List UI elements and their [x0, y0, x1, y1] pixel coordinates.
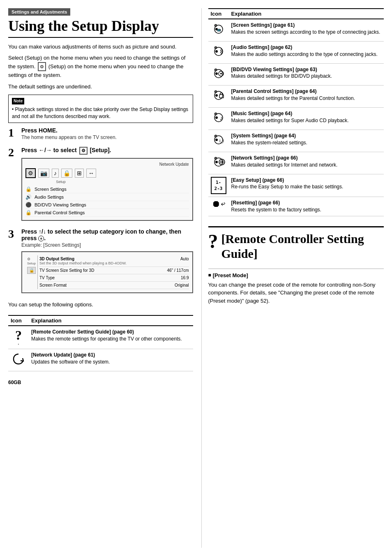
explanation-cell-reset: [Resetting] (page 66) Resets the system … — [229, 197, 384, 216]
explanation-cell-audio: [Audio Settings] (page 62) Makes the aud… — [229, 41, 384, 63]
tv-list-icon-audio: 🔊 — [25, 194, 32, 200]
step-3-title: Press ↑/↓ to select the setup category i… — [21, 228, 193, 241]
explanation-bold-remote: [Remote Controller Setting Guide] (page … — [31, 329, 191, 336]
explanation-bold-network-settings: [Network Settings] (page 66) — [231, 155, 382, 162]
explanation-text-easysetup: Re-runs the Easy Setup to make the basic… — [231, 183, 382, 190]
table-row: ♪ [Music Settings] (page 64) Makes detai… — [208, 108, 384, 130]
table-row: ⏺↩ [Resetting] (page 66) Resets the syst… — [208, 197, 384, 216]
left-icon-table-section: Icon Explanation ? • [Remote Controller … — [8, 315, 193, 371]
step-3-num: 3 — [8, 228, 18, 240]
tv-list-item-audio: 🔊 Audio Settings — [25, 193, 189, 201]
screen3-icon-col: ⚙Setup 🔒 — [25, 255, 38, 289]
table-row: [Parental Control Settings] (page 64) Ma… — [208, 86, 384, 108]
screen3-row-tvsize: TV Screen Size Setting for 3D 46" / 117c… — [39, 267, 189, 274]
remote-question-mark: ? — [208, 232, 218, 251]
refresh-icon — [11, 352, 26, 366]
intro-paragraph-2: Select (Setup) on the home menu when you… — [8, 54, 193, 79]
explanation-text-screen: Makes the screen settings according to t… — [231, 29, 382, 36]
step-2-num: 2 — [8, 147, 18, 158]
svg-rect-19 — [214, 113, 217, 115]
tv-menu-camera: 📷 — [38, 169, 49, 178]
network-icon — [211, 155, 226, 169]
preset-mode-text: You can change the preset code of the re… — [208, 281, 384, 305]
tv-list-item-bddvd: ⚫ BD/DVD Viewing Settings — [25, 201, 189, 209]
left-table-header-icon: Icon — [8, 315, 29, 326]
screen3-row-tvtype: TV Type 16:9 — [39, 274, 189, 282]
explanation-text-system: Makes the system-related settings. — [231, 139, 382, 146]
icon-cell-screen: 📺 — [208, 19, 229, 41]
explanation-text-parental: Makes detailed settings for the Parental… — [231, 95, 382, 102]
svg-rect-6 — [214, 46, 217, 49]
explanation-text-music: Makes detailed settings for Super Audio … — [231, 117, 382, 124]
parental-icon — [211, 88, 226, 103]
explanation-cell-easysetup: [Easy Setup] (page 66) Re-runs the Easy … — [229, 174, 384, 197]
table-row: [Audio Settings] (page 62) Makes the aud… — [208, 41, 384, 63]
icon-cell-easysetup: 1-2-3 — [208, 174, 229, 197]
tv-list: 🔒 Screen Settings 🔊 Audio Settings ⚫ BD/… — [25, 185, 189, 217]
explanation-bold-reset: [Resetting] (page 66) — [231, 199, 382, 206]
explanation-text-audio: Makes the audio settings according to th… — [231, 51, 382, 58]
note-box: Note • Playback settings stored in the d… — [8, 95, 193, 123]
explanation-text-network-settings: Makes detailed settings for Internet and… — [231, 162, 382, 169]
tv-menu-grid: ⊞ — [75, 169, 84, 178]
svg-rect-2 — [214, 24, 217, 27]
explanation-bold-easysetup: [Easy Setup] (page 66) — [231, 177, 382, 184]
right-table-header-icon: Icon — [208, 9, 229, 19]
tv-menu-music: ♪ — [52, 169, 59, 178]
tv-menu-lock: 🔒 — [61, 169, 72, 178]
screen3-row-format: Screen Format Original — [39, 282, 189, 289]
music-icon: ♪ — [211, 110, 226, 125]
explanation-text-bddvd: Makes detailed settings for BD/DVD playb… — [231, 73, 382, 80]
right-column: Icon Explanation 📺 — [201, 8, 384, 548]
system-icon: i_i — [211, 132, 226, 147]
tv-menu-arrow: ↔ — [86, 169, 96, 178]
question-icon: ? — [11, 329, 26, 342]
circle-plus-icon: + — [38, 236, 44, 241]
svg-rect-11 — [214, 69, 217, 71]
icon-cell-network — [208, 152, 229, 174]
svg-point-5 — [215, 50, 218, 53]
screen3-rows: 3D Output Setting Set the 3D output meth… — [39, 255, 189, 289]
explanation-text-reset: Resets the system to the factory setting… — [231, 206, 382, 213]
tv-list-icon-bddvd: ⚫ — [25, 202, 32, 208]
icon-cell-system: i_i — [208, 130, 229, 152]
explanation-bold-parental: [Parental Control Settings] (page 64) — [231, 88, 382, 95]
tv-top-bar: Network Update — [25, 162, 189, 167]
tv-setup-label: Setup — [56, 180, 66, 184]
screen3-row-3d: 3D Output Setting Set the 3D output meth… — [39, 255, 189, 267]
svg-rect-29 — [214, 157, 217, 160]
settings-badge: Settings and Adjustments — [8, 8, 70, 16]
icon-cell-music: ♪ — [208, 108, 229, 130]
table-row: 1-2-3 [Easy Setup] (page 66) Re-runs the… — [208, 174, 384, 197]
svg-point-8 — [215, 72, 218, 75]
explanation-bold-network: [Network Update] (page 61) — [31, 352, 191, 359]
remote-controller-title: [Remote Controller Setting Guide] — [221, 232, 384, 261]
table-row: [Network Settings] (page 66) Makes detai… — [208, 152, 384, 174]
svg-text:♪: ♪ — [220, 115, 223, 121]
svg-point-10 — [220, 73, 222, 74]
step-1: 1 Press HOME. The home menu appears on t… — [8, 127, 193, 143]
icon-cell-question: ? • — [8, 326, 29, 349]
left-column: Settings and Adjustments Using the Setup… — [8, 8, 201, 548]
step-3: 3 Press ↑/↓ to select the setup category… — [8, 228, 193, 297]
icon-cell-audio — [208, 41, 229, 63]
explanation-cell-screen: [Screen Settings] (page 61) Makes the sc… — [229, 19, 384, 41]
page-number: 60GB — [8, 380, 193, 385]
svg-rect-15 — [214, 90, 217, 93]
remote-title-row: ? [Remote Controller Setting Guide] — [208, 232, 384, 265]
intro-paragraph-3: The default settings are underlined. — [8, 83, 193, 91]
step-3-content: Press ↑/↓ to select the setup category i… — [21, 228, 193, 297]
svg-text:i_i: i_i — [219, 138, 224, 143]
easysetup-icon: 1-2-3 — [211, 177, 226, 195]
explanation-cell-network: [Network Update] (page 61) Updates the s… — [29, 349, 193, 371]
explanation-bold-audio: [Audio Settings] (page 62) — [231, 44, 382, 51]
setup-icon-inline: ⚙ — [38, 62, 46, 72]
screen3-setup-label: ⚙Setup — [27, 257, 36, 265]
svg-text:📺: 📺 — [217, 28, 221, 32]
step-3-desc: Example: [Screen Settings] — [21, 242, 193, 248]
preset-mode-title: [Preset Mode] — [208, 272, 384, 278]
tv-list-item-screen: 🔒 Screen Settings — [25, 185, 189, 193]
note-text: • Playback settings stored in the disc t… — [12, 106, 189, 120]
icon-cell-reset: ⏺↩ — [208, 197, 229, 216]
intro-paragraph-1: You can make various adjustments of item… — [8, 43, 193, 51]
